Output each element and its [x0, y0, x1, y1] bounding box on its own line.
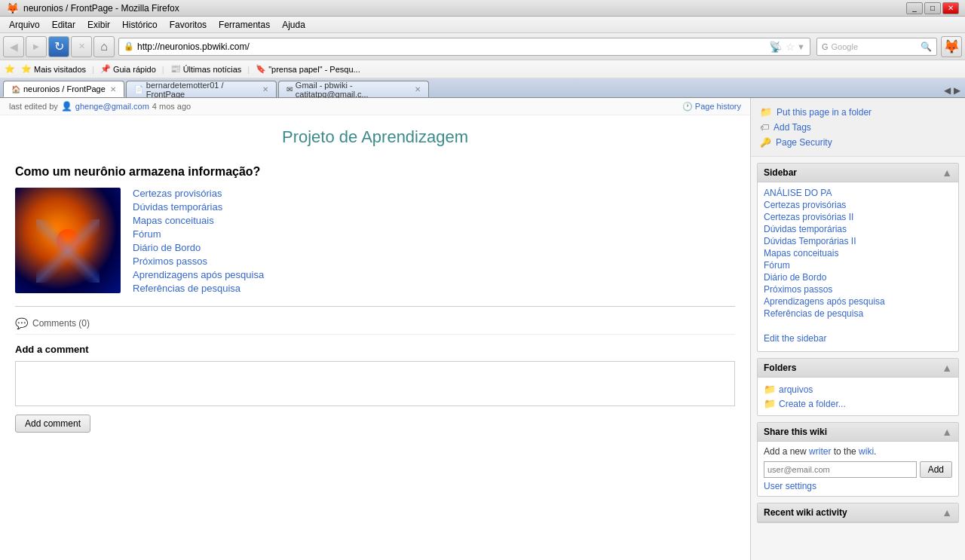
- recent-collapse-btn[interactable]: ▲: [942, 506, 952, 519]
- tabs-right-controls: ◀ ▶: [942, 84, 965, 97]
- wiki-link[interactable]: wiki: [859, 446, 874, 457]
- link-aprendizagens[interactable]: Aprendizagens após pesquisa: [133, 269, 264, 280]
- user-link[interactable]: ghenge@gmail.com: [75, 102, 149, 111]
- email-add-row: Add: [764, 461, 952, 478]
- comment-textarea[interactable]: [15, 361, 735, 406]
- folder-link-arquivos[interactable]: arquivos: [779, 384, 813, 395]
- sidebar-link-diario[interactable]: Diário de Bordo: [764, 271, 952, 283]
- menu-exibir[interactable]: Exibir: [81, 18, 116, 32]
- address-text: http://neuronios.pbwiki.com/: [137, 41, 767, 52]
- tags-action-label: Add Tags: [774, 122, 811, 133]
- star-icon[interactable]: ☆: [786, 41, 795, 53]
- right-sidebar: 📁 Put this page in a folder 🏷 Add Tags 🔑…: [750, 98, 965, 560]
- sidebar-link-forum[interactable]: Fórum: [764, 259, 952, 271]
- tab-arrow-right[interactable]: ▶: [952, 84, 962, 97]
- search-bar[interactable]: G Google 🔍: [816, 38, 937, 56]
- folders-panel: Folders ▲ 📁 arquivos 📁 Create a folder..…: [757, 358, 959, 416]
- writer-link[interactable]: writer: [809, 446, 831, 457]
- tab-close-2[interactable]: ✕: [262, 85, 268, 93]
- section-title: Como um neurônio armazena informação?: [15, 165, 735, 179]
- link-mapas[interactable]: Mapas conceituais: [133, 215, 214, 226]
- tab-neuronios[interactable]: 🏠 neuronios / FrontPage ✕: [3, 81, 124, 97]
- folders-collapse-btn[interactable]: ▲: [942, 362, 952, 374]
- tab-close-1[interactable]: ✕: [110, 85, 116, 93]
- search-icon[interactable]: 🔍: [921, 41, 932, 52]
- comments-count: Comments (0): [32, 318, 90, 329]
- create-folder-link[interactable]: Create a folder...: [779, 399, 846, 409]
- bookmarks-bar: ⭐ ⭐ Mais visitados | 📌 Guia rápido | 📰 Ú…: [0, 60, 965, 78]
- back-button[interactable]: ◀: [3, 36, 24, 57]
- tab-bernardete[interactable]: 📄 bernardetemotter01 / FrontPage ✕: [126, 81, 277, 97]
- tab-label-3: Gmail - pbwiki - catitatpq@gmail.c...: [296, 81, 410, 99]
- bookmark-icon-1: ⭐: [21, 64, 32, 74]
- put-in-folder-action[interactable]: 📁 Put this page in a folder: [760, 104, 956, 120]
- list-item: Certezas provisórias: [133, 188, 264, 199]
- user-settings-link[interactable]: User settings: [764, 481, 816, 491]
- reload-button[interactable]: ↻: [48, 36, 69, 57]
- edited-label: last edited by: [9, 102, 58, 111]
- page-history-link[interactable]: 🕐 Page history: [682, 102, 741, 112]
- address-bar[interactable]: 🔒 http://neuronios.pbwiki.com/ 📡 ☆ ▼: [118, 38, 810, 56]
- tab-close-3[interactable]: ✕: [415, 85, 421, 93]
- maximize-button[interactable]: □: [924, 2, 941, 14]
- sidebar-link-proximos[interactable]: Próximos passos: [764, 283, 952, 295]
- bookmark-label-2: Guia rápido: [113, 65, 156, 74]
- share-wiki-panel: Share this wiki ▲ Add a new writer to th…: [757, 422, 959, 497]
- stop-button[interactable]: ✕: [71, 36, 92, 57]
- bookmark-sep-3: |: [247, 65, 250, 74]
- folder-icon-create: 📁: [764, 398, 776, 409]
- link-forum[interactable]: Fórum: [133, 228, 161, 240]
- link-duvidas[interactable]: Dúvidas temporárias: [133, 201, 222, 213]
- arrow-icon[interactable]: ▼: [797, 42, 805, 51]
- edit-sidebar-link[interactable]: Edit the sidebar: [764, 330, 952, 347]
- sidebar-link-duvidas[interactable]: Dúvidas temporárias: [764, 223, 952, 235]
- page-security-action[interactable]: 🔑 Page Security: [760, 135, 956, 150]
- add-writer-button[interactable]: Add: [920, 461, 952, 478]
- share-description: Add a new writer to the wiki.: [764, 446, 952, 457]
- recent-activity-header: Recent wiki activity ▲: [758, 503, 958, 522]
- menu-historico[interactable]: Histórico: [116, 18, 164, 32]
- tab-icon-1: 🏠: [11, 85, 20, 93]
- bookmark-prensa-papel[interactable]: 🔖 "prensa papel" - Pesqu...: [253, 63, 363, 75]
- tab-gmail[interactable]: ✉ Gmail - pbwiki - catitatpq@gmail.c... …: [278, 81, 429, 97]
- minimize-button[interactable]: _: [906, 2, 923, 14]
- menu-editar[interactable]: Editar: [46, 18, 81, 32]
- forward-button[interactable]: ▶: [26, 36, 47, 57]
- tab-arrow-left[interactable]: ◀: [942, 84, 952, 97]
- page-header: last edited by 👤 ghenge@gmail.com 4 mos …: [0, 98, 750, 115]
- link-referencias[interactable]: Referências de pesquisa: [133, 283, 240, 294]
- sidebar-link-aprendizagens[interactable]: Aprendizagens após pesquisa: [764, 295, 952, 308]
- content-row: Certezas provisórias Dúvidas temporárias…: [15, 188, 735, 294]
- top-actions: 📁 Put this page in a folder 🏷 Add Tags 🔑…: [751, 98, 965, 157]
- bookmark-guia-rapido[interactable]: 📌 Guia rápido: [97, 63, 159, 75]
- link-diario[interactable]: Diário de Bordo: [133, 242, 201, 253]
- sidebar-link-certezas[interactable]: Certezas provisórias: [764, 199, 952, 211]
- share-collapse-btn[interactable]: ▲: [942, 426, 952, 438]
- menu-favoritos[interactable]: Favoritos: [164, 18, 213, 32]
- search-placeholder: Google: [832, 42, 921, 51]
- sidebar-link-referencias[interactable]: Referências de pesquisa: [764, 308, 952, 320]
- sidebar-link-certezas2[interactable]: Certezas provisórias II: [764, 211, 952, 223]
- menu-ajuda[interactable]: Ajuda: [276, 18, 311, 32]
- bookmark-ultimas-noticias[interactable]: 📰 Últimas notícias: [167, 63, 245, 75]
- email-input[interactable]: [764, 461, 917, 478]
- rss-icon[interactable]: 📡: [769, 41, 782, 53]
- add-tags-action[interactable]: 🏷 Add Tags: [760, 120, 956, 135]
- menu-ferramentas[interactable]: Ferramentas: [213, 18, 276, 32]
- share-wiki-header: Share this wiki ▲: [758, 423, 958, 442]
- tab-icon-2: 📄: [134, 85, 143, 93]
- menu-arquivo[interactable]: Arquivo: [3, 18, 46, 32]
- bookmark-mais-visitados[interactable]: ⭐ Mais visitados: [18, 63, 89, 75]
- sidebar-link-analise[interactable]: ANÁLISE DO PA: [764, 187, 952, 199]
- link-proximos[interactable]: Próximos passos: [133, 256, 207, 267]
- sidebar-link-duvidas2[interactable]: Dúvidas Temporárias II: [764, 235, 952, 247]
- sidebar-link-mapas[interactable]: Mapas conceituais: [764, 247, 952, 259]
- home-button[interactable]: ⌂: [93, 36, 115, 57]
- close-button[interactable]: ✕: [942, 2, 959, 14]
- link-certezas[interactable]: Certezas provisórias: [133, 188, 222, 199]
- sidebar-collapse-btn[interactable]: ▲: [942, 167, 952, 179]
- firefox-button[interactable]: 🦊: [941, 36, 962, 57]
- list-item: Próximos passos: [133, 256, 264, 267]
- add-comment-button[interactable]: Add comment: [15, 415, 90, 433]
- window-controls: _ □ ✕: [906, 2, 959, 14]
